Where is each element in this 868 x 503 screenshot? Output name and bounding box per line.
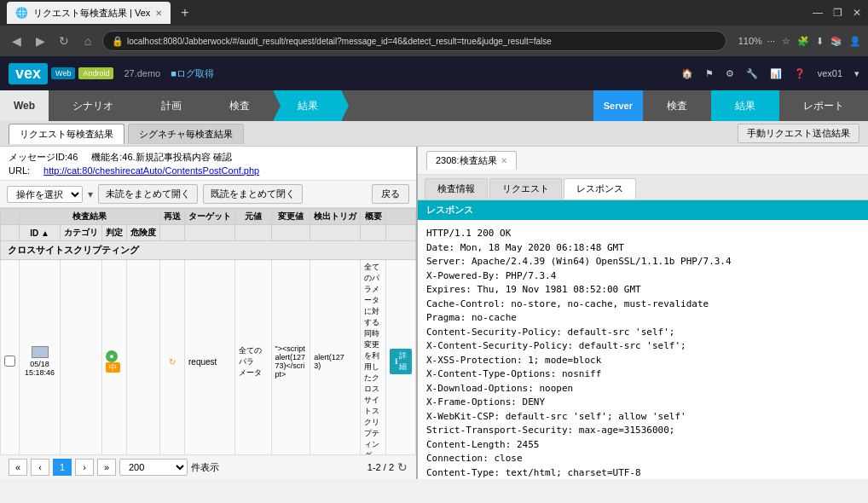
result-tab-close-icon[interactable]: ✕ [501,156,507,165]
detail-tab-response[interactable]: レスポンス [564,178,636,199]
help-icon[interactable]: ❓ [794,68,806,79]
browser-tab[interactable]: 🌐 リクエスト毎検査結果 | Vex ✕ [7,2,171,24]
nav-tab-plan[interactable]: 計画 [137,90,205,121]
minimize-icon[interactable]: — [813,7,823,19]
tab-close-icon[interactable]: ✕ [155,9,162,18]
result-tab-label: 2308:検査結果 [436,154,497,167]
read-close-button[interactable]: 既読をまとめて閉く [203,184,303,204]
nav-tab-scenario[interactable]: シナリオ [49,90,137,121]
result-tab-2308[interactable]: 2308:検査結果 ✕ [426,151,517,170]
row-overview-1: 全てのパラメータに対する同時変更を利用したクロスサイトスクリプティング [361,260,386,455]
settings-icon[interactable]: ⚙ [726,68,734,79]
nav-tabs-left: シナリオ 計画 検査 結果 [49,90,593,121]
page-1-button[interactable]: 1 [53,459,72,476]
demo-label: 27.demo [124,68,160,78]
col-judge: 判定 [102,225,127,241]
manual-result-button[interactable]: 手動リクエスト送信結果 [738,124,859,143]
browser-titlebar: 🌐 リクエスト毎検査結果 | Vex ✕ + — ❐ ✕ [0,0,868,26]
first-page-button[interactable]: « [9,459,27,476]
row-change-1: "><scriptalert(12773)</script> [271,260,310,455]
android-icon: Android [78,67,113,79]
main-content: メッセージID:46 機能名:46.新規記事投稿内容 確認 URL: http:… [0,147,868,479]
home-icon[interactable]: 🏠 [681,68,693,79]
browser-toolbar: ◀ ▶ ↻ ⌂ 🔒 localhost:8080/Jabberwock/#/au… [0,26,868,56]
refresh-list-icon[interactable]: ↻ [397,460,408,474]
url-link[interactable]: http://cat:80/cheshirecatAuto/ContentsPo… [43,165,259,176]
chart-icon[interactable]: 📊 [770,68,782,79]
nav-tabs-right: 検査 結果 レポート [643,90,868,121]
row-resend-1[interactable]: ↻ [160,260,185,455]
maximize-icon[interactable]: ❐ [833,7,842,19]
detail-button-1[interactable]: ℹ 詳細 [390,349,412,374]
row-target-1: request [185,260,235,455]
action-select[interactable]: 操作を選択 [7,186,83,203]
row-judge-1: ● 中 [102,260,127,455]
web-icon: Web [51,67,75,79]
per-page-label: 件表示 [191,461,219,474]
row-checkbox[interactable] [1,260,20,455]
row-empty-cat [61,260,102,455]
main-nav: Web シナリオ 計画 検査 結果 Server 検査 結果 レポート [0,90,868,121]
bookmark-icon[interactable]: ☆ [782,36,790,47]
detail-tabs: 検査情報 リクエスト レスポンス [418,175,868,200]
forward-nav-icon[interactable]: ▶ [31,34,49,48]
col-target-sub [185,225,235,241]
browser-toolbar-right: ··· ☆ 🧩 ⬇ 📚 👤 [767,36,861,47]
extensions-icon[interactable]: 🧩 [797,36,809,47]
profile-icon[interactable]: 👤 [849,36,861,47]
detail-tab-inspect[interactable]: 検査情報 [425,178,488,199]
col-change-sub [271,225,310,241]
prev-page-button[interactable]: ‹ [31,459,49,476]
unread-open-button[interactable]: 未読をまとめて開く [98,184,198,204]
col-check-sub [1,225,20,241]
url-text: localhost:8080/Jabberwock/#/audit_result… [127,37,717,46]
close-icon[interactable]: ✕ [853,7,861,19]
address-bar[interactable]: 🔒 localhost:8080/Jabberwock/#/audit_resu… [102,31,726,51]
response-content[interactable]: HTTP/1.1 200 OK Date: Mon, 18 May 2020 0… [418,220,868,479]
sub-tab-signature[interactable]: シグネチャ毎検査結果 [128,124,244,144]
refresh-icon[interactable]: ↻ [169,357,176,367]
row-detail-1[interactable]: ℹ 詳細 [385,260,415,455]
security-icon: 🔒 [112,36,124,47]
row-id-date: 05/1815:18:46 [20,260,61,455]
log-button[interactable]: ■ログ取得 [171,67,214,80]
chevron-icon: ▾ [88,188,93,200]
detail-tab-request[interactable]: リクエスト [489,178,562,199]
new-tab-button[interactable]: + [181,5,188,20]
page-info: 1-2 / 2 [367,462,394,472]
menu-dots-icon[interactable]: ··· [767,36,775,46]
per-page-select[interactable]: 200 [119,459,188,476]
col-id[interactable]: ID ▲ [20,225,61,241]
user-chevron-icon[interactable]: ▾ [854,68,859,79]
last-page-button[interactable]: » [97,459,116,476]
sub-nav: リクエスト毎検査結果 シグネチャ毎検査結果 手動リクエスト送信結果 [0,121,868,147]
next-page-button[interactable]: › [75,459,94,476]
home-nav-icon[interactable]: ⌂ [78,34,97,48]
nav-tab-server-result[interactable]: 結果 [711,90,779,121]
col-trigger-sub [310,225,361,241]
nav-tab-inspect[interactable]: 検査 [205,90,274,121]
nav-tab-report[interactable]: レポート [779,90,868,121]
col-overview-header: 概要 [361,209,386,225]
table-row[interactable]: 05/1815:18:46 ● 中 ↻ request 全てのパラメータ [1,260,416,455]
results-table: 検査結果 再送 ターゲット 元値 変更値 検出トリガ 概要 ID ▲ カテゴリ [0,208,416,454]
flag-icon[interactable]: ⚑ [705,68,714,79]
back-button[interactable]: 戻る [372,184,409,204]
wrench-icon[interactable]: 🔧 [746,68,758,79]
col-danger: 危険度 [127,225,160,241]
back-nav-icon[interactable]: ◀ [7,34,26,48]
download-icon[interactable]: ⬇ [816,36,824,47]
web-section-label: Web [0,90,49,121]
history-icon[interactable]: 📚 [830,36,842,47]
col-change-header: 変更値 [271,209,310,225]
nav-tab-server-inspect[interactable]: 検査 [643,90,711,121]
nav-tab-result[interactable]: 結果 [274,90,342,121]
reload-nav-icon[interactable]: ↻ [55,34,73,48]
server-divider: Server [593,90,643,121]
zoom-level: 110% [738,36,762,46]
result-ok-icon: ● [106,350,118,362]
message-info: メッセージID:46 機能名:46.新規記事投稿内容 確認 URL: http:… [0,147,416,181]
col-resend-header: 再送 [160,209,185,225]
sub-tab-request[interactable]: リクエスト毎検査結果 [9,124,124,144]
app-header: vex Web Android 27.demo ■ログ取得 🏠 ⚑ ⚙ 🔧 📊 … [0,56,868,90]
